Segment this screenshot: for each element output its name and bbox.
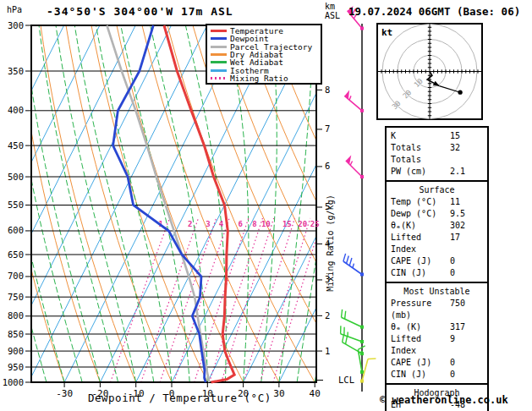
- legend-swatch-dewpoint: [211, 37, 227, 40]
- pressure-tick-label: 300: [8, 20, 24, 30]
- index-label: CAPE (J): [391, 255, 450, 267]
- hodograph-endpoint-dot: [458, 90, 463, 95]
- index-value: 9: [450, 333, 487, 357]
- wet-adiabat-line: [24, 25, 101, 382]
- legend-swatch-mixing-ratio: [211, 77, 227, 79]
- panel-indices: K15Totals Totals32PW (cm)2.1: [385, 126, 489, 182]
- index-row: CIN (J)0: [387, 369, 487, 381]
- pressure-tick-label: 650: [8, 249, 24, 260]
- index-value: 0: [450, 255, 487, 267]
- mixing-ratio-line: [244, 218, 294, 382]
- pressure-tick-label: 1000: [3, 377, 24, 387]
- index-label: Lifted Index: [391, 333, 450, 357]
- pressure-tick-label: 800: [8, 310, 24, 321]
- index-value: 15: [450, 130, 487, 142]
- index-row: CIN (J)0: [387, 267, 487, 279]
- legend-item: Mixing Ratio: [209, 74, 321, 82]
- pressure-tick-label: 500: [8, 172, 24, 182]
- index-label: θₑ(K): [391, 220, 450, 232]
- index-row: Lifted Index9: [387, 333, 487, 357]
- mixing-ratio-label: 3: [206, 220, 210, 228]
- index-label: θₑ (K): [391, 321, 450, 333]
- index-row: Temp (°C)11: [387, 196, 487, 208]
- pressure-tick-label: 600: [8, 225, 24, 235]
- km-tick-label: 7: [325, 123, 330, 134]
- index-row: CAPE (J)0: [387, 255, 487, 267]
- index-value: 9.5: [450, 208, 487, 220]
- pressure-tick-label: 900: [8, 346, 24, 356]
- mixing-ratio-line: [160, 218, 217, 382]
- mixing-ratio-line: [210, 218, 263, 382]
- pressure-tick-label: 700: [8, 271, 24, 281]
- legend-swatch-dry-adiabat: [211, 53, 227, 56]
- copyright: © weatheronline.co.uk: [380, 394, 508, 406]
- pressure-tick-label: 350: [8, 66, 24, 76]
- wet-adiabat-line: [74, 25, 154, 382]
- index-label: CAPE (J): [391, 357, 450, 369]
- index-value: 32: [450, 142, 487, 166]
- temperature-tick-label: 40: [310, 388, 321, 399]
- index-value: 17: [450, 232, 487, 255]
- hodograph-unit-label: kt: [381, 27, 392, 38]
- index-row: Pressure (mb)750: [387, 298, 487, 321]
- mixing-ratio-axis-label: Mixing Ratio (g/kg): [326, 189, 335, 299]
- index-row: PW (cm)2.1: [387, 166, 487, 178]
- index-row: Lifted Index17: [387, 232, 487, 255]
- pressure-tick-label: 400: [8, 105, 24, 115]
- index-label: Dewp (°C): [391, 208, 450, 220]
- index-label: CIN (J): [391, 369, 450, 381]
- pressure-tick-label: 450: [8, 140, 24, 151]
- mixing-ratio-line: [273, 218, 322, 382]
- km-tick-label: 6: [325, 161, 330, 171]
- index-label: Pressure (mb): [391, 298, 450, 321]
- legend-label: Mixing Ratio: [230, 74, 288, 82]
- legend-swatch-temperature: [211, 30, 227, 32]
- km-tick-label: 8: [325, 85, 330, 95]
- panel-header: Surface: [387, 184, 487, 196]
- sounding-chart-page: 3003504004505005506006507007508008509009…: [0, 0, 532, 411]
- pressure-tick-label: 950: [8, 362, 24, 372]
- index-label: Temp (°C): [391, 196, 450, 208]
- mixing-ratio-label: 25: [310, 220, 320, 228]
- index-row: θₑ (K)317: [387, 321, 487, 333]
- index-label: Totals Totals: [391, 142, 450, 166]
- legend-swatch-wet-adiabat: [211, 61, 227, 63]
- panel-most-unstable: Most UnstablePressure (mb)750θₑ (K)317Li…: [385, 282, 489, 385]
- legend-swatch-parcel-trajectory: [211, 46, 227, 48]
- hodograph: 102030: [377, 24, 482, 119]
- pressure-tick-label: 850: [8, 329, 24, 339]
- panel-surface: SurfaceTemp (°C)11Dewp (°C)9.5θₑ(K)302Li…: [385, 180, 489, 283]
- index-label: Lifted Index: [391, 232, 450, 255]
- index-row: Totals Totals32: [387, 142, 487, 166]
- mixing-ratio-line: [261, 218, 310, 382]
- index-value: 317: [450, 321, 487, 333]
- pressure-tick-label: 550: [8, 200, 24, 210]
- mixing-ratio-label: 10: [261, 220, 271, 228]
- index-value: 0: [450, 369, 487, 381]
- legend-swatch-isotherm: [211, 69, 227, 72]
- legend: TemperatureDewpointParcel TrajectoryDry …: [206, 24, 322, 85]
- indices-panels: K15Totals Totals32PW (cm)2.1SurfaceTemp …: [385, 128, 489, 411]
- index-label: CIN (J): [391, 267, 450, 279]
- wet-adiabat-line: [39, 25, 118, 382]
- panel-header: Most Unstable: [387, 286, 487, 298]
- km-tick-label: 1: [325, 346, 330, 356]
- mixing-ratio-label: 6: [239, 220, 243, 228]
- station-title: -34°50'S 304°00'W 17m ASL: [47, 5, 233, 18]
- index-row: Dewp (°C)9.5: [387, 208, 487, 220]
- mixing-ratio-label: 15: [282, 220, 292, 228]
- index-row: K15: [387, 130, 487, 142]
- index-value: 750: [450, 298, 487, 321]
- km-tick-label: 2: [325, 310, 330, 321]
- parcel-trajectory-curve: [107, 25, 209, 382]
- index-value: 0: [450, 267, 487, 279]
- index-label: K: [391, 130, 450, 142]
- mixing-ratio-label: 2: [188, 220, 192, 228]
- temperature-tick-label: -30: [56, 388, 73, 399]
- index-value: 302: [450, 220, 487, 232]
- index-value: 11: [450, 196, 487, 208]
- temperature-tick-label: 30: [273, 388, 284, 399]
- datetime-label: 19.07.2024 06GMT (Base: 06): [348, 5, 520, 18]
- mixing-ratio-label: 8: [252, 220, 256, 228]
- legend-label: Wet Adiabat: [230, 58, 283, 66]
